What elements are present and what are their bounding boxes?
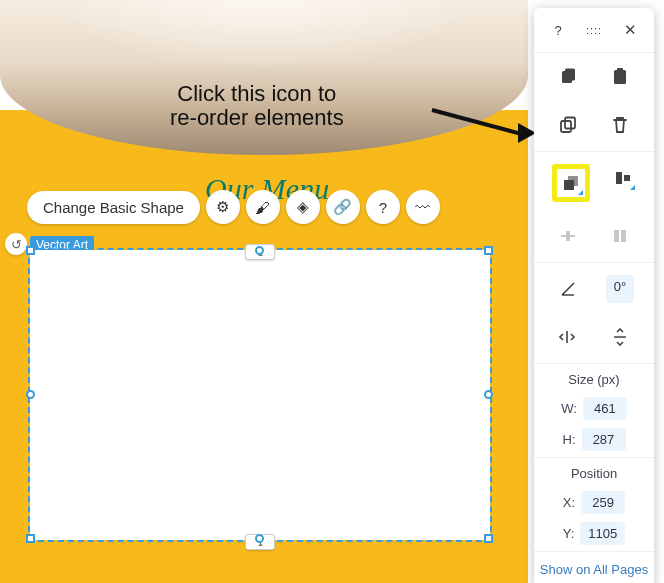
width-label: W: [561, 401, 577, 416]
distribute-v-icon [611, 227, 629, 245]
panel-header: ? :::: ✕ [534, 14, 654, 53]
height-input[interactable]: 287 [582, 428, 626, 451]
rotate-angle-icon [554, 275, 582, 303]
svg-rect-2 [614, 70, 626, 84]
paste-button[interactable] [606, 63, 634, 91]
svg-rect-9 [624, 175, 630, 181]
svg-rect-1 [565, 69, 575, 81]
animation-button[interactable]: ◈ [286, 190, 320, 224]
properties-panel: ? :::: ✕ [534, 8, 654, 583]
link-button[interactable]: 🔗 [326, 190, 360, 224]
delete-button[interactable] [606, 111, 634, 139]
height-label: H: [563, 432, 576, 447]
gear-icon: ⚙ [216, 198, 229, 216]
resize-handle-l[interactable] [26, 390, 35, 399]
paste-icon [611, 68, 629, 86]
element-toolbar: Change Basic Shape ⚙ 🖌 ◈ 🔗 ? 〰 [27, 190, 440, 224]
annotation-line-1: Click this icon to [177, 81, 336, 106]
svg-rect-12 [614, 230, 619, 242]
annotation-text: Click this icon to re-order elements [170, 82, 344, 130]
panel-close-button[interactable]: ✕ [616, 16, 644, 44]
link-icon: 🔗 [333, 198, 352, 216]
brush-icon: 🖌 [255, 199, 270, 216]
duplicate-button[interactable] [554, 111, 582, 139]
arrange-highlight [552, 164, 590, 202]
show-on-all-pages-link[interactable]: Show on All Pages [534, 554, 654, 579]
resize-handle-tr[interactable] [484, 246, 493, 255]
panel-drag-handle[interactable]: :::: [580, 16, 608, 44]
settings-button[interactable]: ⚙ [206, 190, 240, 224]
editor-canvas: Click this icon to re-order elements Our… [0, 0, 528, 583]
wave-icon: 〰 [415, 199, 430, 216]
undo-icon: ↺ [11, 237, 22, 252]
svg-rect-3 [617, 68, 623, 72]
flip-horizontal-button[interactable] [554, 323, 582, 351]
angle-icon [559, 280, 577, 298]
undo-button[interactable]: ↺ [5, 233, 27, 255]
flip-v-icon [611, 328, 629, 346]
question-icon: ? [379, 199, 387, 216]
change-shape-button[interactable]: Change Basic Shape [27, 191, 200, 224]
annotation-line-2: re-order elements [170, 105, 344, 130]
resize-handle-tl[interactable] [26, 246, 35, 255]
resize-handle-t[interactable] [255, 246, 264, 255]
flip-h-icon [559, 328, 577, 346]
annotation-arrow [432, 108, 524, 112]
svg-rect-7 [568, 176, 578, 186]
distribute-h-icon [559, 227, 577, 245]
grip-icon: :::: [586, 24, 602, 36]
panel-help-button[interactable]: ? [544, 16, 572, 44]
motion-button[interactable]: 〰 [406, 190, 440, 224]
copy-icon [559, 68, 577, 86]
align-button[interactable] [609, 164, 637, 192]
rotation-input[interactable]: 0° [606, 275, 634, 303]
selected-element[interactable] [30, 250, 490, 540]
svg-rect-4 [561, 121, 571, 132]
size-section-title: Size (px) [534, 366, 654, 393]
svg-rect-13 [621, 230, 626, 242]
distribute-h-button[interactable] [554, 222, 582, 250]
width-input[interactable]: 461 [583, 397, 627, 420]
close-icon: ✕ [624, 21, 637, 39]
flip-vertical-button[interactable] [606, 323, 634, 351]
svg-rect-5 [565, 118, 575, 129]
diamond-icon: ◈ [297, 198, 309, 216]
copy-button[interactable] [554, 63, 582, 91]
duplicate-icon [559, 116, 577, 134]
design-button[interactable]: 🖌 [246, 190, 280, 224]
resize-handle-br[interactable] [484, 534, 493, 543]
help-button[interactable]: ? [366, 190, 400, 224]
svg-rect-11 [566, 231, 570, 241]
distribute-v-button[interactable] [606, 222, 634, 250]
question-icon: ? [554, 23, 561, 38]
trash-icon [611, 116, 629, 134]
arrange-button[interactable] [557, 169, 585, 197]
y-input[interactable]: 1105 [580, 522, 625, 545]
svg-rect-8 [616, 172, 622, 184]
resize-handle-b[interactable] [255, 534, 264, 543]
position-section-title: Position [534, 460, 654, 487]
x-label: X: [563, 495, 575, 510]
hero-image [0, 0, 528, 155]
resize-handle-r[interactable] [484, 390, 493, 399]
x-input[interactable]: 259 [581, 491, 625, 514]
y-label: Y: [563, 526, 575, 541]
resize-handle-bl[interactable] [26, 534, 35, 543]
